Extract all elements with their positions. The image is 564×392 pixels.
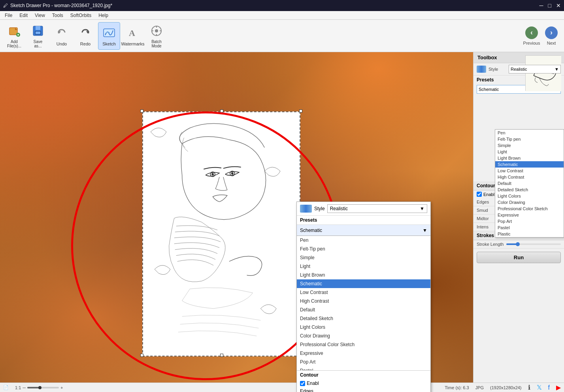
- small-dd-felt-tip[interactable]: Felt-Tip pen: [495, 136, 564, 142]
- watermarks-icon: A: [126, 26, 140, 40]
- small-dd-light-brown[interactable]: Light Brown: [495, 155, 564, 161]
- selection-handle-tl[interactable]: [140, 109, 143, 113]
- small-dd-pen[interactable]: Pen: [495, 130, 564, 136]
- small-dd-default[interactable]: Default: [495, 180, 564, 187]
- selection-handle-tm[interactable]: [220, 109, 223, 113]
- menu-file[interactable]: File: [2, 12, 15, 19]
- big-dd-schematic[interactable]: Schematic: [297, 279, 430, 288]
- social-twitter-icon[interactable]: 𝕏: [537, 384, 542, 391]
- big-enable-row[interactable]: Enabl: [297, 379, 430, 387]
- svg-rect-7: [36, 26, 40, 30]
- sketch-canvas[interactable]: [142, 111, 300, 356]
- big-dd-detailed-sketch[interactable]: Detailed Sketch: [297, 314, 430, 323]
- big-dd-default[interactable]: Default: [297, 305, 430, 314]
- small-dd-detailed[interactable]: Detailed Sketch: [495, 187, 564, 193]
- stroke-length-row: Stroke Length: [473, 240, 564, 249]
- minimize-btn[interactable]: ─: [539, 2, 543, 9]
- big-dd-low-contrast[interactable]: Low Contrast: [297, 288, 430, 297]
- add-files-button[interactable]: AddFile(s)...: [3, 22, 25, 50]
- small-dd-simple[interactable]: Simple: [495, 142, 564, 149]
- next-arrow-icon: ›: [545, 26, 558, 39]
- batch-mode-button[interactable]: BatchMode: [145, 22, 168, 50]
- big-edges-label: Edges: [297, 387, 430, 392]
- big-dd-pro-color-sketch[interactable]: Professional Color Sketch: [297, 340, 430, 349]
- zoom-minus-icon[interactable]: ─: [23, 385, 26, 390]
- sketch-button[interactable]: Sketch: [98, 22, 120, 50]
- small-dd-light[interactable]: Light: [495, 149, 564, 155]
- small-dd-pastel[interactable]: Pastel: [495, 224, 564, 231]
- big-dd-color-drawing[interactable]: Color Drawing: [297, 332, 430, 340]
- big-preset-selected[interactable]: Schematic ▼: [297, 225, 430, 236]
- style-dropdown[interactable]: Realistic ▼: [509, 65, 561, 74]
- selection-handle-bm[interactable]: [220, 354, 223, 357]
- add-files-label: AddFile(s)...: [7, 40, 21, 48]
- previous-arrow-icon: ‹: [525, 26, 538, 39]
- big-dd-pop-art[interactable]: Pop Art: [297, 358, 430, 366]
- zoom-plus-icon[interactable]: +: [60, 385, 63, 390]
- big-dd-light[interactable]: Light: [297, 262, 430, 271]
- maximize-btn[interactable]: □: [548, 2, 551, 9]
- big-style-dropdown[interactable]: Realistic ▼: [327, 204, 427, 213]
- svg-text:A: A: [129, 28, 135, 38]
- menu-view[interactable]: View: [32, 12, 48, 19]
- toolbar: AddFile(s)... Saveas... Undo: [0, 20, 564, 52]
- title-bar-controls[interactable]: ─ □ ✕: [539, 2, 561, 9]
- big-dd-light-brown[interactable]: Light Brown: [297, 271, 430, 279]
- stroke-length-slider[interactable]: [506, 243, 561, 245]
- close-btn[interactable]: ✕: [556, 2, 561, 9]
- small-dd-high-contrast[interactable]: High Contrast: [495, 174, 564, 180]
- dimensions-label: (1920x1280x24): [490, 385, 522, 390]
- small-dd-schematic[interactable]: Schematic: [495, 161, 564, 168]
- big-dd-expressive[interactable]: Expressive: [297, 349, 430, 358]
- window-title: Sketch Drawer Pro - woman-2003647_1920.j…: [10, 3, 112, 8]
- next-button[interactable]: › Next: [542, 22, 561, 50]
- small-dd-expressive[interactable]: Expressive: [495, 212, 564, 218]
- small-dd-color-drawing[interactable]: Color Drawing: [495, 199, 564, 205]
- big-preset-list: Pen Felt-Tip pen Simple Light Light Brow…: [297, 236, 430, 370]
- svg-rect-9: [36, 32, 40, 34]
- run-button[interactable]: Run: [477, 252, 561, 263]
- undo-button[interactable]: Undo: [51, 22, 73, 50]
- big-presets-dropdown[interactable]: Style Realistic ▼ Presets Schematic ▼ Pe…: [296, 202, 431, 392]
- big-dd-simple[interactable]: Simple: [297, 253, 430, 262]
- menu-softorbits[interactable]: SoftOrbits: [67, 12, 94, 19]
- small-dd-light-colors[interactable]: Light Colors: [495, 193, 564, 199]
- previous-button[interactable]: ‹ Previous: [522, 22, 541, 50]
- redo-button[interactable]: Redo: [74, 22, 96, 50]
- big-style-value: Realistic: [330, 206, 348, 211]
- big-dd-high-contrast[interactable]: High Contrast: [297, 297, 430, 305]
- intensity-label: Intens: [477, 224, 494, 229]
- menu-tools[interactable]: Tools: [49, 12, 66, 19]
- watermarks-button[interactable]: A Watermarks: [122, 22, 144, 50]
- undo-icon: [55, 26, 69, 40]
- social-youtube-icon[interactable]: ▶: [556, 384, 561, 391]
- menu-help[interactable]: Help: [95, 12, 111, 19]
- small-dd-pop-art[interactable]: Pop Art: [495, 218, 564, 224]
- big-dd-light-colors[interactable]: Light Colors: [297, 323, 430, 332]
- midtone-label: Midtor: [477, 216, 494, 221]
- big-dd-pen[interactable]: Pen: [297, 236, 430, 245]
- zoom-slider[interactable]: [27, 387, 59, 388]
- enable-checkbox[interactable]: [477, 192, 482, 197]
- small-dd-low-contrast[interactable]: Low Contrast: [495, 168, 564, 174]
- big-dd-felt-tip[interactable]: Felt-Tip pen: [297, 245, 430, 253]
- big-enable-label: Enabl: [307, 381, 319, 386]
- time-label: Time (s): 6.3: [445, 385, 469, 390]
- big-preset-value: Schematic: [300, 228, 322, 233]
- info-icon[interactable]: ℹ: [528, 384, 530, 391]
- small-dd-pro-color[interactable]: Professional Color Sketch: [495, 205, 564, 212]
- redo-label: Redo: [80, 41, 91, 46]
- small-presets-dropdown-list[interactable]: Pen Felt-Tip pen Simple Light Light Brow…: [495, 129, 564, 237]
- save-as-label: Saveas...: [34, 40, 43, 48]
- social-facebook-icon[interactable]: f: [548, 384, 550, 391]
- watermarks-label: Watermarks: [121, 41, 145, 46]
- save-as-button[interactable]: Saveas...: [27, 22, 49, 50]
- sketch-label: Sketch: [102, 41, 116, 46]
- small-dd-plastic[interactable]: Plastic: [495, 231, 564, 237]
- title-bar-left: 🖊 Sketch Drawer Pro - woman-2003647_1920…: [3, 3, 112, 8]
- big-dd-pastel[interactable]: Pastel: [297, 366, 430, 370]
- menu-edit[interactable]: Edit: [16, 12, 31, 19]
- selection-handle-tr[interactable]: [299, 109, 302, 113]
- selection-handle-bl[interactable]: [140, 354, 143, 357]
- big-enable-checkbox[interactable]: [300, 381, 305, 386]
